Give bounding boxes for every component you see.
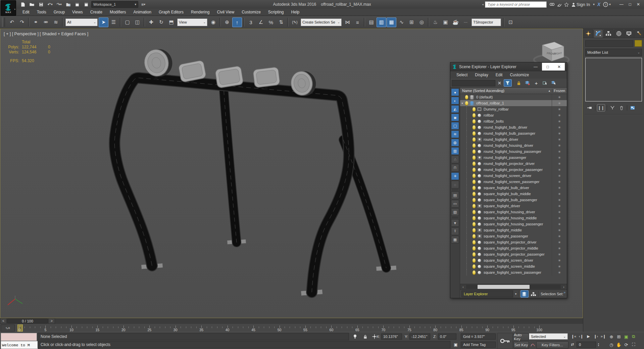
frozen-snowflake-icon[interactable]: ✳ [552, 100, 567, 106]
display-helpers-filter-icon[interactable]: ▢ [451, 122, 459, 130]
open-mini-curve-editor-button[interactable]: ∿≡ [1, 324, 15, 332]
render-production-button[interactable]: ☕ [451, 17, 460, 27]
current-frame-field[interactable]: 0 [577, 342, 596, 348]
material-editor-button[interactable]: ◎ [417, 17, 427, 27]
filter-custom-button-icon[interactable]: ▦ [451, 236, 459, 244]
layer-row-round-foglight-screen-passenger[interactable]: round_foglight_screen_passenger✳ [460, 179, 567, 185]
object-name[interactable]: square_foglight_housing_middle [484, 216, 552, 220]
restore-button[interactable]: □ [629, 2, 631, 7]
time-slider[interactable]: ∿≡ 0 05101520253035404550556065707580859… [0, 324, 583, 332]
object-name[interactable]: square_foglight_middle [484, 228, 552, 232]
tsinspector-button[interactable]: TSInspector [472, 18, 501, 26]
frozen-snowflake-icon[interactable]: ✳ [552, 142, 567, 148]
layer-mode-icon[interactable] [521, 290, 529, 298]
object-name[interactable]: square_foglight_housing_driver [484, 210, 552, 214]
spinner-snap-toggle[interactable]: ⇅ [276, 17, 286, 27]
visibility-bulb-icon[interactable] [473, 210, 476, 214]
frozen-snowflake-icon[interactable]: ✳ [552, 269, 567, 275]
frozen-snowflake-icon[interactable]: ✳ [552, 155, 567, 161]
video-capture-button[interactable]: ⊡ [506, 17, 515, 27]
object-name[interactable]: round_foglight_screen_driver [484, 174, 552, 178]
make-unique-button[interactable] [609, 104, 616, 111]
tab-modify[interactable] [594, 29, 603, 38]
time-configuration-button[interactable]: ◷ [608, 341, 615, 348]
next-frame-playback-button[interactable]: ❙› [593, 333, 599, 340]
layer-row-rollbar[interactable]: rollbar✳ [460, 112, 567, 118]
collapse-arrow-icon[interactable]: ▼ [460, 102, 464, 104]
object-color-swatch[interactable] [635, 40, 642, 47]
display-bones-filter-icon[interactable]: ∴ [451, 156, 459, 163]
select-and-move-button[interactable]: ✚ [146, 17, 156, 27]
name-column-header[interactable]: Name (Sorted Ascending) [462, 89, 504, 93]
rendered-frame-window-button[interactable]: ▣ [441, 17, 450, 27]
frozen-snowflake-icon[interactable]: ✳ [552, 167, 567, 173]
object-name[interactable]: round_foglight_driver [484, 137, 552, 141]
layer-row-square-foglight-projector-middle[interactable]: square_foglight_projector_middle✳ [460, 245, 567, 251]
window-crossing-toggle[interactable]: ◫ [133, 17, 142, 27]
frozen-snowflake-icon[interactable]: ✳ [552, 161, 567, 167]
frozen-snowflake-icon[interactable]: ✳ [552, 130, 567, 136]
application-menu-button[interactable]: MAX ▾ [1, 0, 16, 16]
layer-row-0-default-[interactable]: 0 (default)✳ [460, 94, 567, 100]
object-name[interactable]: square_foglight_housing_passenger [484, 222, 552, 226]
layer-row-square-foglight-housing-middle[interactable]: square_foglight_housing_middle✳ [460, 215, 567, 221]
visibility-bulb-icon[interactable] [473, 131, 476, 135]
pick-layer-icon[interactable] [541, 80, 549, 86]
layer-row-square-foglight-housing-passenger[interactable]: square_foglight_housing_passenger✳ [460, 221, 567, 227]
display-groups-filter-icon[interactable]: ◍ [451, 139, 459, 146]
y-coordinate-field[interactable]: -12.2451" [409, 334, 430, 340]
object-name[interactable]: round_foglight_screen_passenger [484, 180, 552, 184]
keyboard-shortcut-override-toggle[interactable]: ↑ [232, 17, 242, 27]
menu-rendering[interactable]: Rendering [187, 9, 213, 16]
display-geometry-filter-icon[interactable]: ● [451, 88, 459, 96]
mirror-button[interactable]: ⋈ [343, 17, 352, 27]
help-search-box[interactable] [485, 1, 547, 8]
maxscript-mini-listener-macro[interactable] [1, 333, 37, 341]
menu-group[interactable]: Group [50, 9, 68, 16]
object-name[interactable]: rollbar_bolts [484, 119, 552, 123]
toolbar-grip[interactable] [2, 17, 5, 27]
menu-civil-view[interactable]: Civil View [213, 9, 238, 16]
layer-row-round-foglight-bulb-driver[interactable]: round_foglight_bulb_driver✳ [460, 124, 567, 130]
layer-row-square-foglight-screen-middle[interactable]: square_foglight_screen_middle✳ [460, 263, 567, 269]
explorer-menu-display[interactable]: Display [472, 73, 491, 77]
visibility-bulb-icon[interactable] [473, 198, 476, 202]
object-name[interactable]: offroad_rollbar_1 [476, 101, 552, 105]
explorer-menu-edit[interactable]: Edit [492, 73, 506, 77]
selection-filter-dropdown[interactable]: All⌄ [65, 18, 98, 26]
display-frozen-filter-icon[interactable]: ✳ [451, 172, 459, 180]
rectangular-selection-region-button[interactable]: ▢ [122, 17, 132, 27]
add-time-tag-field[interactable]: Add Time Tag [461, 342, 496, 348]
frozen-snowflake-icon[interactable]: ✳ [552, 179, 567, 185]
modifier-stack[interactable] [585, 58, 642, 101]
layer-row-square-foglight-passenger[interactable]: square_foglight_passenger✳ [460, 233, 567, 239]
visibility-bulb-icon[interactable] [473, 222, 476, 226]
scrollbar-track[interactable] [466, 285, 561, 289]
pin-stack-button[interactable] [586, 104, 593, 111]
layer-row-square-foglight-screen-passenger[interactable]: square_foglight_screen_passenger✳ [460, 269, 567, 275]
bind-to-space-warp-button[interactable]: ≋ [51, 17, 61, 27]
object-name[interactable]: Dummy_rollbar [484, 107, 552, 111]
workspace-dropdown[interactable]: Workspace_1▾ [91, 1, 138, 8]
close-button[interactable]: ✕ [637, 2, 640, 7]
selection-set-dropdown[interactable]: Selected⌄ [529, 333, 568, 340]
layer-row-square-foglight-screen-driver[interactable]: square_foglight_screen_driver✳ [460, 257, 567, 263]
search-expand-icon[interactable]: ◂ [482, 3, 484, 6]
object-name[interactable]: round_foglight_projector_passenger [484, 168, 552, 172]
undo-button[interactable]: ↶ [7, 17, 17, 27]
visibility-bulb-icon[interactable] [473, 107, 476, 111]
visibility-bulb-icon[interactable] [473, 168, 476, 172]
select-object-button[interactable]: ➤ [99, 17, 108, 27]
isolate-selection-toggle[interactable] [351, 333, 359, 340]
remove-modifier-button[interactable] [618, 104, 625, 111]
display-lights-filter-icon[interactable]: ◭ [451, 105, 459, 113]
frozen-snowflake-icon[interactable]: ✳ [552, 251, 567, 257]
display-spacewarps-filter-icon[interactable]: ≋ [451, 130, 459, 138]
layer-row-dummy-rollbar[interactable]: Dummy_rollbar✳ [460, 106, 567, 112]
display-all-button-icon[interactable]: ▤ [451, 191, 459, 199]
visibility-bulb-icon[interactable] [473, 174, 476, 178]
select-and-scale-button[interactable]: ⬒ [166, 17, 176, 27]
layer-row-offroad-rollbar-1[interactable]: ▼offroad_rollbar_1✳ [460, 100, 567, 106]
visibility-bulb-icon[interactable] [473, 270, 476, 274]
tab-create[interactable] [584, 29, 593, 38]
